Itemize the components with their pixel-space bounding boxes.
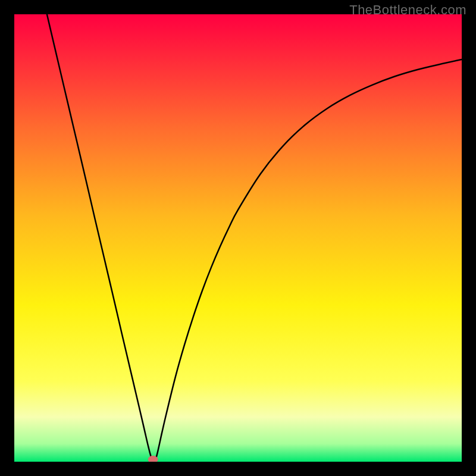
gradient-panel bbox=[14, 14, 462, 462]
optimal-point-marker bbox=[148, 456, 158, 462]
chart-svg bbox=[14, 14, 462, 462]
chart-frame bbox=[14, 14, 462, 462]
watermark-text: TheBottleneck.com bbox=[349, 2, 466, 18]
